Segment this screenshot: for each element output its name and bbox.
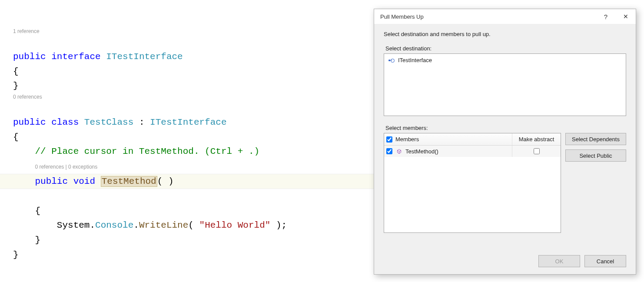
close-button[interactable]: ✕ — [616, 9, 636, 24]
method-icon — [396, 149, 402, 154]
members-header: Members Make abstract — [384, 133, 561, 146]
interface-icon — [388, 58, 395, 63]
type-itestinterface: ITestInterface — [106, 52, 183, 62]
dot: . — [90, 220, 95, 230]
make-abstract-checkbox[interactable] — [534, 148, 540, 154]
kw-class: class — [51, 117, 79, 127]
select-dependents-button[interactable]: Select Dependents — [565, 133, 626, 145]
indent-guide — [13, 161, 35, 171]
member-checkbox[interactable] — [386, 148, 392, 154]
codelens-interface[interactable]: 1 reference — [13, 28, 374, 35]
pull-members-up-dialog: Pull Members Up ? ✕ Select destination a… — [374, 9, 636, 275]
codelens-method[interactable]: 0 references | 0 exceptions — [35, 164, 97, 170]
call-class: Console — [95, 220, 133, 230]
members-body: TestMethod() — [384, 146, 561, 232]
codelens-class[interactable]: 0 references — [13, 93, 374, 101]
indent-guide — [13, 206, 35, 216]
indent-guide — [13, 176, 35, 186]
close-icon: ✕ — [623, 13, 628, 20]
help-button[interactable]: ? — [596, 9, 616, 24]
column-members[interactable]: Members — [395, 136, 512, 143]
side-buttons: Select Dependents Select Public — [565, 133, 626, 246]
destination-list[interactable]: ITestInterface — [384, 53, 626, 116]
paren-open: ( — [188, 220, 199, 230]
kw-public: public — [13, 52, 46, 62]
members-label: Select members: — [385, 125, 626, 131]
dialog-instruction: Select destination and members to pull u… — [384, 31, 626, 37]
select-public-button[interactable]: Select Public — [565, 149, 626, 162]
cancel-button[interactable]: Cancel — [584, 255, 626, 267]
indent-guide — [13, 235, 35, 245]
dialog-titlebar: Pull Members Up ? ✕ — [374, 9, 636, 24]
brace: { — [13, 66, 19, 76]
code-editor[interactable]: 1 reference public interface ITestInterf… — [0, 0, 374, 278]
method-name-highlighted: TestMethod — [101, 176, 157, 187]
member-name: TestMethod() — [405, 148, 438, 155]
dot: . — [133, 220, 139, 230]
type-testclass: TestClass — [84, 117, 133, 127]
kw-void: void — [73, 176, 95, 186]
indent-guide — [13, 220, 57, 230]
brace: { — [35, 206, 40, 216]
kw-public: public — [35, 176, 68, 186]
kw-public: public — [13, 117, 46, 127]
destination-label: Select destination: — [385, 45, 626, 52]
brace: { — [13, 132, 19, 142]
members-table: Members Make abstract TestMethod() — [384, 133, 561, 233]
destination-item-label: ITestInterface — [398, 57, 432, 63]
colon: : — [133, 117, 150, 127]
select-all-checkbox[interactable] — [386, 136, 392, 143]
brace: } — [35, 235, 40, 245]
column-make-abstract[interactable]: Make abstract — [512, 133, 561, 145]
help-icon: ? — [604, 13, 607, 20]
paren-close: ); — [270, 220, 287, 230]
dialog-body: Select destination and members to pull u… — [374, 24, 636, 251]
comment-line: // Place cursor in TestMethod. (Ctrl + .… — [35, 146, 259, 156]
dialog-footer: OK Cancel — [374, 251, 636, 274]
destination-item[interactable]: ITestInterface — [388, 56, 621, 64]
string-literal: "Hello World" — [199, 220, 271, 230]
indent-guide — [13, 146, 35, 156]
type-itestinterface-2: ITestInterface — [150, 117, 226, 127]
member-row[interactable]: TestMethod() — [384, 146, 561, 157]
header-checkbox-cell — [384, 136, 395, 143]
current-line: public void TestMethod( ) — [0, 174, 374, 189]
dialog-title: Pull Members Up — [380, 13, 424, 20]
ok-button[interactable]: OK — [538, 255, 580, 267]
brace: } — [13, 250, 19, 260]
paren-empty: ( ) — [157, 176, 174, 186]
brace: } — [13, 81, 19, 91]
kw-interface: interface — [51, 52, 100, 62]
call-method: WriteLine — [139, 220, 188, 230]
call-namespace: System — [57, 220, 90, 230]
